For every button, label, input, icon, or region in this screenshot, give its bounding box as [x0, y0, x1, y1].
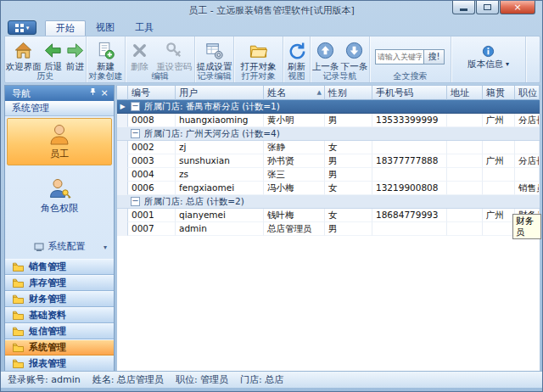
status-login-account: 登录账号: admin [8, 373, 81, 386]
forward-label: 前进 [66, 62, 84, 71]
cell [447, 168, 483, 182]
data-row[interactable]: 0002zj张静女 [117, 141, 540, 154]
group-row[interactable]: −所属门店: 广州天河分店 (计数=4) [117, 127, 540, 141]
nav-item-label-config: 系统配置 [48, 240, 86, 253]
status-position: 职位: 管理员 [176, 373, 228, 386]
open-object-button[interactable]: 打开对象 [235, 38, 283, 71]
back-button[interactable]: 后退 [42, 38, 64, 71]
new-button[interactable]: 新建 [87, 38, 125, 71]
data-row[interactable]: 0004zs张三男 [117, 168, 540, 182]
nav-group-button[interactable]: 系统管理 [5, 339, 114, 356]
data-row[interactable]: 0006fengxiaomei冯小梅女13219900808销售员 [117, 182, 540, 195]
cell: admin [176, 222, 264, 236]
delete-label: 删除 [131, 62, 148, 71]
cell: 男 [325, 154, 372, 168]
collapse-group-icon[interactable]: − [131, 197, 140, 206]
app-menu-button[interactable]: ▾ [8, 20, 36, 35]
status-bar: 登录账号: admin 姓名: 总店管理员 职位: 管理员 门店: 总店 [1, 371, 543, 388]
ribbon-group-label-history: 历史 [5, 71, 86, 82]
column-header[interactable]: 职位 [515, 86, 540, 100]
collapse-group-icon[interactable]: − [131, 102, 140, 111]
cell [483, 222, 515, 236]
cell [372, 222, 447, 236]
cell: 广州 [483, 209, 515, 222]
current-row-icon: ▶ [117, 100, 128, 114]
column-header[interactable]: 手机号码 [372, 86, 447, 100]
forward-button[interactable]: 前进 [64, 38, 86, 71]
ribbon-group-label-record-edit: 记录编辑 [195, 71, 233, 82]
nav-items: 员工 角色权限 系统配置 ▾ [5, 116, 114, 259]
next-record-button[interactable]: 下一条 [340, 38, 369, 71]
ribbon-group-label-edit: 编辑 [126, 71, 194, 82]
data-row[interactable]: 0001qianyemei钱叶梅女18684779993广州财务员 [117, 209, 540, 222]
status-store: 门店: 总店 [240, 373, 283, 386]
nav-item-role-permission[interactable]: 角色权限 [7, 172, 112, 220]
nav-group-button[interactable]: 财务管理 [5, 291, 114, 307]
nav-group-button[interactable]: 库存管理 [5, 275, 114, 291]
commission-settings-button[interactable]: 提成设置 [196, 38, 233, 71]
role-permission-icon [48, 176, 71, 200]
reset-password-button[interactable]: 重设密码 [154, 38, 194, 71]
data-row[interactable]: 0008huangxiaoming黄小明男13533399999广州分店长 [117, 114, 540, 127]
cell [447, 141, 483, 154]
cell: 广州 [483, 114, 515, 127]
tab-tools[interactable]: 工具 [125, 20, 164, 36]
employee-grid: 编号用户姓名▲性别手机号码地址籍贯职位 ▶−所属门店: 番禺市桥分店 (计数=1… [116, 85, 540, 372]
pin-icon[interactable] [87, 87, 98, 99]
prev-record-label: 上一条 [312, 62, 339, 71]
cell [447, 154, 483, 168]
nav-group-button[interactable]: 报表管理 [5, 356, 114, 372]
column-header[interactable]: 地址 [447, 86, 483, 100]
cell: 孙书贤 [264, 154, 325, 168]
folder-icon [13, 278, 24, 288]
ribbon-group-view: 刷新 视图 [283, 36, 311, 82]
cell: 钱叶梅 [264, 209, 325, 222]
welcome-button[interactable]: 欢迎界面 [5, 38, 42, 71]
nav-group-label: 系统管理 [29, 341, 66, 354]
data-row[interactable]: 0003sunshuxian孙书贤男18377777888广州分店长 [117, 154, 540, 168]
cell: 冯小梅 [264, 182, 325, 195]
column-header[interactable]: 姓名▲ [264, 86, 325, 100]
cell: huangxiaoming [176, 114, 264, 127]
close-button[interactable]: × [500, 1, 535, 14]
nav-group-button[interactable]: 短信管理 [5, 323, 114, 339]
column-header[interactable]: 编号 [128, 86, 176, 100]
titlebar: 员工 - 立远服装销售管理软件[试用版本] × [1, 1, 542, 20]
maximize-button[interactable] [476, 1, 499, 14]
cell: 广州 [483, 154, 515, 168]
nav-group-label: 基础资料 [29, 309, 66, 322]
cell: 总店管理员 [264, 222, 325, 236]
delete-button[interactable]: 删除 [126, 38, 154, 71]
search-button[interactable]: 搜! [424, 49, 445, 64]
cell: 男 [325, 114, 372, 127]
search-input[interactable] [375, 49, 424, 64]
cell: 13533399999 [372, 114, 447, 127]
version-info-button[interactable]: 版本信息 ▾ [463, 45, 513, 69]
row-indicator-cell [117, 182, 128, 195]
nav-item-employee[interactable]: 员工 [7, 118, 112, 165]
nav-group-button[interactable]: 销售管理 [5, 259, 114, 275]
cell [372, 168, 447, 182]
tab-view[interactable]: 视图 [86, 20, 125, 36]
nav-group-label: 销售管理 [29, 260, 66, 273]
data-row[interactable]: 0007admin总店管理员男管理员 [117, 222, 540, 236]
cell: 0001 [128, 209, 176, 222]
nav-group-button[interactable]: 基础资料 [5, 307, 114, 323]
forward-arrow-icon [65, 41, 85, 60]
minimize-button[interactable] [452, 1, 475, 14]
collapse-group-icon[interactable]: − [131, 129, 140, 138]
refresh-button[interactable]: 刷新 [284, 38, 310, 71]
group-row[interactable]: ▶−所属门店: 番禺市桥分店 (计数=1) [117, 100, 540, 114]
column-header[interactable]: 性别 [325, 86, 372, 100]
prev-record-button[interactable]: 上一条 [311, 38, 340, 71]
scroll-down-icon[interactable]: ▾ [104, 244, 107, 251]
nav-close-icon[interactable]: × [98, 87, 110, 99]
cell-tooltip: 财务员 [512, 214, 541, 239]
cell: 0007 [128, 222, 176, 236]
tab-start[interactable]: 开始 [45, 20, 86, 36]
ribbon-group-record-edit: 提成设置 记录编辑 [195, 36, 234, 82]
group-row[interactable]: −所属门店: 总店 (计数=2) [117, 195, 540, 209]
column-header[interactable]: 籍贯 [483, 86, 515, 100]
nav-item-system-config[interactable]: 系统配置 ▾ [8, 238, 110, 255]
column-header[interactable]: 用户 [176, 86, 264, 100]
